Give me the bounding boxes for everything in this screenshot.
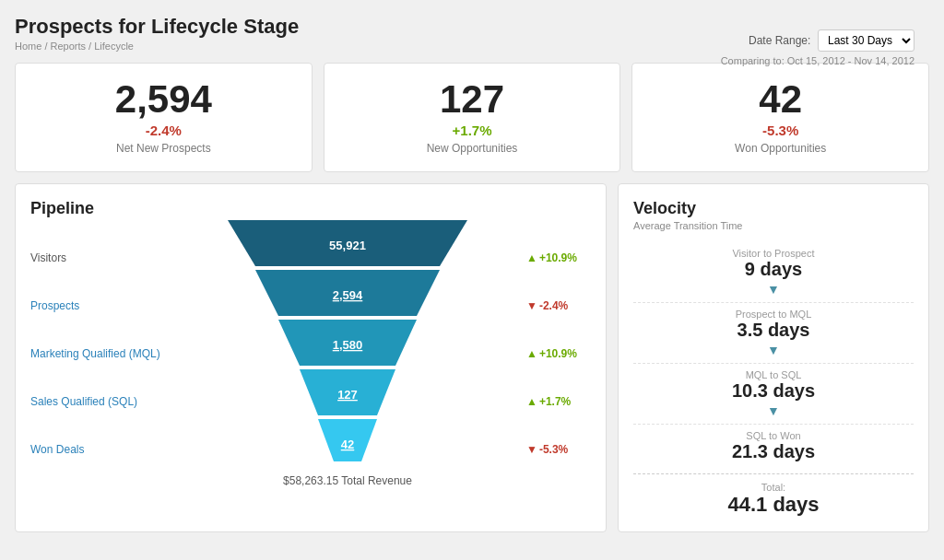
date-range-label: Date Range:	[749, 34, 810, 47]
velocity-item-1: Prospect to MQL 3.5 days ▼	[633, 303, 914, 364]
date-range-row: Date Range: Last 30 Days Last 7 Days Las…	[721, 29, 914, 66]
funnel-label-1[interactable]: Prospects	[30, 282, 169, 330]
funnel-svg: 55,921 2,594 1,580 127 42	[218, 220, 477, 467]
funnel-pct-1: -2.4%	[539, 299, 568, 312]
funnel-arrow-0: ▲	[526, 251, 537, 264]
comparing-text: Comparing to: Oct 15, 2012 - Nov 14, 201…	[721, 55, 914, 66]
funnel-change-0: ▲+10.9%	[526, 234, 591, 282]
velocity-item-3: SQL to Won 21.3 days	[633, 425, 914, 468]
vel-label-1: Prospect to MQL	[633, 309, 914, 320]
velocity-card: Velocity Average Transition Time Visitor…	[618, 183, 929, 532]
funnel-area: 55,921 2,594 1,580 127 42 $58,263.15 Tot…	[178, 220, 517, 487]
vel-value-1: 3.5 days	[633, 320, 914, 341]
pipeline-title: Pipeline	[30, 199, 591, 218]
summary-row: 2,594 -2.4% Net New Prospects 127 +1.7% …	[15, 63, 929, 172]
funnel-pct-4: -5.3%	[539, 443, 568, 456]
velocity-total-label: Total:	[633, 482, 914, 493]
funnel-labels-left: VisitorsProspectsMarketing Qualified (MQ…	[30, 234, 178, 473]
velocity-item-2: MQL to SQL 10.3 days ▼	[633, 364, 914, 425]
svg-text:55,921: 55,921	[329, 239, 366, 252]
funnel-label-4[interactable]: Won Deals	[30, 426, 169, 473]
funnel-change-2: ▲+10.9%	[526, 330, 591, 378]
funnel-link-4[interactable]: Won Deals	[30, 443, 84, 456]
funnel-link-2[interactable]: Marketing Qualified (MQL)	[30, 347, 160, 360]
summary-change: +1.7%	[339, 122, 606, 138]
svg-text:2,594: 2,594	[333, 288, 363, 302]
velocity-title: Velocity	[633, 199, 914, 218]
date-range-select[interactable]: Last 30 Days Last 7 Days Last 14 Days La…	[818, 29, 914, 52]
funnel-arrow-4: ▼	[526, 443, 537, 456]
pipeline-card: Pipeline VisitorsProspectsMarketing Qual…	[15, 183, 607, 532]
velocity-total-section: Total: 44.1 days	[633, 473, 914, 517]
bottom-row: Pipeline VisitorsProspectsMarketing Qual…	[15, 183, 929, 532]
summary-big-number: 2,594	[30, 80, 297, 119]
funnel-label-0: Visitors	[30, 234, 169, 282]
vel-value-2: 10.3 days	[633, 380, 914, 402]
funnel-change-3: ▲+1.7%	[526, 378, 591, 426]
funnel-link-3[interactable]: Sales Qualified (SQL)	[30, 395, 137, 408]
velocity-items: Visitor to Prospect 9 days ▼ Prospect to…	[633, 242, 914, 468]
funnel-labels-right: ▲+10.9%▼-2.4%▲+10.9%▲+1.7%▼-5.3%	[517, 234, 591, 473]
funnel-label-3[interactable]: Sales Qualified (SQL)	[30, 378, 169, 426]
funnel-label-2[interactable]: Marketing Qualified (MQL)	[30, 330, 169, 378]
funnel-pct-0: +10.9%	[539, 251, 577, 264]
funnel-arrow-3: ▲	[526, 395, 537, 408]
vel-label-2: MQL to SQL	[633, 369, 914, 380]
velocity-arrow-2: ▼	[633, 403, 914, 418]
funnel-pct-3: +1.7%	[539, 395, 571, 408]
summary-card-1: 127 +1.7% New Opportunities	[324, 63, 621, 172]
svg-text:1,580: 1,580	[333, 338, 363, 352]
svg-text:42: 42	[341, 438, 354, 451]
vel-label-3: SQL to Won	[633, 430, 914, 441]
velocity-item-0: Visitor to Prospect 9 days ▼	[633, 242, 914, 303]
velocity-total-value: 44.1 days	[633, 493, 914, 517]
vel-value-0: 9 days	[633, 259, 914, 280]
vel-label-0: Visitor to Prospect	[633, 248, 914, 259]
summary-big-number: 127	[339, 80, 606, 119]
funnel-change-1: ▼-2.4%	[526, 282, 591, 330]
vel-value-3: 21.3 days	[633, 441, 914, 462]
summary-label: Won Opportunities	[647, 142, 914, 155]
summary-label: Net New Prospects	[30, 142, 297, 155]
funnel-arrow-2: ▲	[526, 347, 537, 360]
funnel-change-4: ▼-5.3%	[526, 426, 591, 473]
summary-change: -2.4%	[30, 122, 297, 138]
funnel-arrow-1: ▼	[526, 299, 537, 312]
total-revenue: $58,263.15 Total Revenue	[283, 474, 412, 487]
velocity-arrow-0: ▼	[633, 282, 914, 297]
pipeline-content: VisitorsProspectsMarketing Qualified (MQ…	[30, 220, 591, 487]
summary-big-number: 42	[647, 80, 914, 119]
summary-card-2: 42 -5.3% Won Opportunities	[631, 63, 929, 172]
svg-text:127: 127	[337, 388, 358, 402]
funnel-link-1[interactable]: Prospects	[30, 299, 79, 312]
summary-card-0: 2,594 -2.4% Net New Prospects	[15, 63, 313, 172]
funnel-pct-2: +10.9%	[539, 347, 577, 360]
summary-label: New Opportunities	[339, 142, 606, 155]
velocity-arrow-1: ▼	[633, 343, 914, 357]
velocity-subtitle: Average Transition Time	[633, 220, 914, 231]
summary-change: -5.3%	[647, 122, 914, 138]
